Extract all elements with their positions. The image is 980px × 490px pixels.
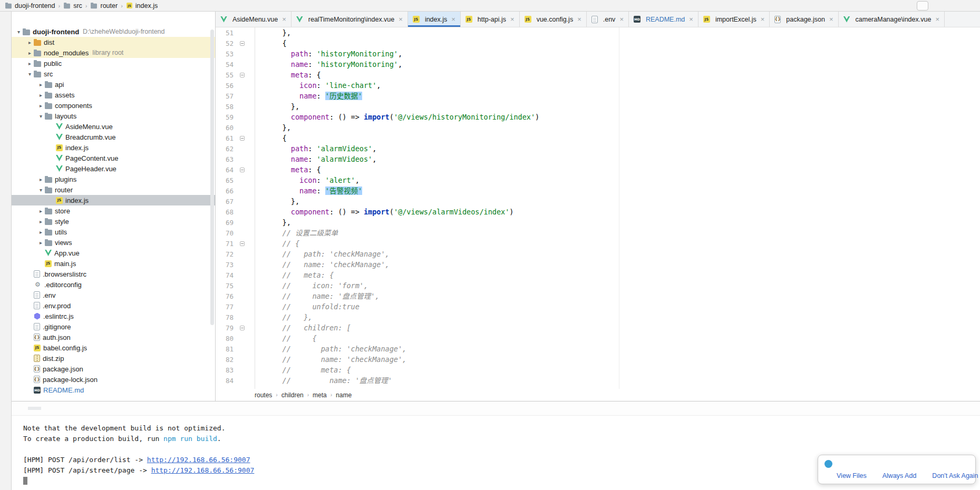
line-number[interactable]: 78 [216,313,234,321]
editor-breadcrumb-children[interactable]: children [282,391,304,399]
tree-item-src[interactable]: ▾src [12,68,215,79]
tree-item-router[interactable]: ▾router [12,184,215,195]
line-number[interactable]: 51 [216,29,234,37]
tab-env[interactable]: .env× [587,12,629,27]
chevron-right-icon[interactable]: ▸ [37,103,45,109]
tree-item-api[interactable]: ▸api [12,79,215,90]
line-number[interactable]: 72 [216,250,234,258]
line-number[interactable]: 82 [216,356,234,364]
tree-item-dist-zip[interactable]: dist.zip [12,353,215,364]
tree-item-layouts[interactable]: ▾layouts [12,111,215,121]
tab-close-icon[interactable]: × [399,15,403,23]
line-number[interactable]: 54 [216,61,234,68]
breadcrumb-item-duoji-frontend[interactable]: duoji-frontend [3,2,56,9]
tree-item-plugins[interactable]: ▸plugins [12,174,215,184]
line-number[interactable]: 58 [216,103,234,111]
chevron-right-icon[interactable]: ▸ [37,177,45,182]
tree-item-store[interactable]: ▸store [12,205,215,216]
line-number[interactable]: 77 [216,303,234,311]
line-number[interactable]: 61 [216,134,234,142]
tab-close-icon[interactable]: × [510,15,515,23]
tree-item-views[interactable]: ▸views [12,237,215,248]
tree-item-style[interactable]: ▸style [12,216,215,227]
editor-code[interactable]: }, { path: 'historyMonitoring', name: 'h… [255,27,980,389]
tab-readme-md[interactable]: MDREADME.md× [629,12,698,27]
line-number[interactable]: 63 [216,155,234,163]
line-number[interactable]: 56 [216,82,234,90]
tab-package-json[interactable]: {}package.json× [770,12,838,27]
scrollbar-thumb[interactable] [210,30,214,325]
tree-item-env[interactable]: .env [12,290,215,300]
line-number[interactable]: 73 [216,261,234,269]
tree-item-dist[interactable]: ▸dist [12,37,215,47]
chevron-right-icon[interactable]: ▸ [26,61,34,66]
terminal-tab-local[interactable] [28,407,41,410]
tree-item-breadcrumb-vue[interactable]: Breadcrumb.vue [12,132,215,142]
tree-item-utils[interactable]: ▸utils [12,227,215,237]
tree-item-assets[interactable]: ▸assets [12,90,215,100]
line-number[interactable]: 67 [216,198,234,205]
tree-item-package-lock-json[interactable]: {}package-lock.json [12,374,215,385]
fold-marker-icon[interactable] [240,136,245,141]
tree-item-package-json[interactable]: {}package.json [12,364,215,374]
line-number[interactable]: 70 [216,229,234,237]
chevron-down-icon[interactable]: ▾ [37,113,45,119]
line-number[interactable]: 64 [216,166,234,174]
terminal-link[interactable]: http://192.168.66.56:9007 [151,466,255,474]
tab-close-icon[interactable]: × [577,15,581,23]
chevron-right-icon[interactable]: ▸ [37,219,45,224]
chevron-right-icon[interactable]: ▸ [37,208,45,214]
tab-realtimemonitoring-index-vue[interactable]: realTimeMonitoring\index.vue× [292,12,408,27]
tree-item-node-modules[interactable]: ▸node_moduleslibrary root [12,47,215,58]
line-number[interactable]: 80 [216,335,234,342]
tab-close-icon[interactable]: × [282,15,286,23]
line-number[interactable]: 59 [216,113,234,121]
fold-marker-icon[interactable] [240,41,245,46]
tab-close-icon[interactable]: × [829,15,833,23]
line-number[interactable]: 79 [216,324,234,332]
line-number[interactable]: 76 [216,292,234,300]
chevron-down-icon[interactable]: ▾ [37,187,45,193]
add-configuration-button[interactable] [917,1,928,11]
line-number[interactable]: 60 [216,124,234,132]
line-number[interactable]: 83 [216,366,234,374]
editor[interactable]: 5152535455565758596061626364656667686970… [216,27,980,389]
line-number[interactable]: 66 [216,187,234,195]
chevron-right-icon[interactable]: ▸ [37,92,45,98]
notification-action-don-t-ask-again[interactable]: Don't Ask Again [932,472,978,479]
editor-gutter[interactable]: 5152535455565758596061626364656667686970… [216,27,255,389]
line-number[interactable]: 74 [216,271,234,279]
tree-item-app-vue[interactable]: App.vue [12,248,215,258]
line-number[interactable]: 53 [216,50,234,58]
line-number[interactable]: 71 [216,240,234,248]
editor-breadcrumb-name[interactable]: name [336,391,352,399]
tab-cameramanage-index-vue[interactable]: cameraManage\index.vue× [839,12,945,27]
tree-item-index-js[interactable]: JSindex.js [12,142,215,153]
breadcrumb-item-router[interactable]: router [89,2,119,9]
tree-item-index-js[interactable]: JSindex.js [12,195,215,205]
breadcrumb-item-index-js[interactable]: JSindex.js [124,2,159,9]
chevron-right-icon[interactable]: ▸ [37,240,45,246]
fold-marker-icon[interactable] [240,168,245,172]
tab-close-icon[interactable]: × [935,15,939,23]
notification-action-always-add[interactable]: Always Add [882,472,917,479]
fold-marker-icon[interactable] [240,241,245,246]
tree-item-components[interactable]: ▸components [12,100,215,111]
chevron-right-icon[interactable]: ▸ [26,40,34,45]
chevron-down-icon[interactable]: ▾ [15,29,23,35]
line-number[interactable]: 62 [216,145,234,153]
tab-close-icon[interactable]: × [451,15,455,23]
tab-importexcel-js[interactable]: JSimportExcel.js× [698,12,770,27]
tree-item-eslintrc-js[interactable]: .eslintrc.js [12,311,215,321]
tree-item-babel-config-js[interactable]: JSbabel.config.js [12,342,215,353]
project-tree-scrollbar[interactable] [210,27,215,397]
tree-item-duoji-frontend[interactable]: ▾duoji-frontendD:\zheheWeb\duoji-fronten… [12,26,215,37]
tree-item-asidemenu-vue[interactable]: AsideMenu.vue [12,121,215,132]
tab-asidemenu-vue[interactable]: AsideMenu.vue× [216,12,292,27]
line-number[interactable]: 57 [216,92,234,100]
chevron-down-icon[interactable]: ▾ [26,71,34,77]
tree-item-main-js[interactable]: JSmain.js [12,258,215,269]
chevron-right-icon[interactable]: ▸ [37,229,45,235]
tab-vue-config-js[interactable]: JSvue.config.js× [520,12,587,27]
tab-http-api-js[interactable]: JShttp-api.js× [461,12,520,27]
